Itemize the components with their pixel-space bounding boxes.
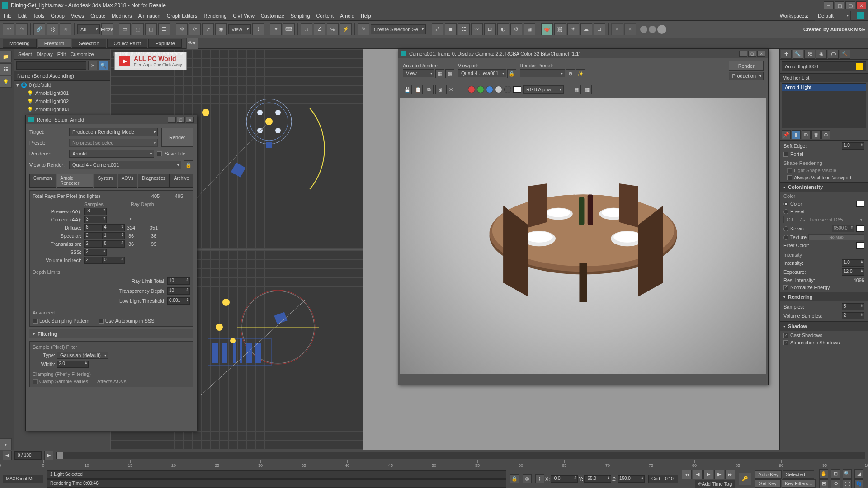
configure-sets-button[interactable]: ⚙ [821, 130, 830, 139]
soft-edge-spinner[interactable]: 1.0 [842, 142, 864, 150]
spinner-snap-button[interactable]: ⚡ [340, 23, 352, 35]
light-shape-checkbox[interactable] [787, 168, 792, 173]
x-spinner[interactable]: -0.0 [551, 475, 578, 483]
filter-width-spinner[interactable]: 2.0 [57, 361, 89, 368]
target-dropdown[interactable]: Production Rendering Mode [69, 128, 158, 136]
select-by-name-button[interactable]: ☰ [158, 23, 170, 35]
expand-panel-button[interactable]: ▸ [0, 438, 12, 450]
render-frame-button[interactable]: ▦ [524, 23, 535, 35]
effects-dialog-button[interactable]: ✨ [576, 69, 585, 78]
exposure-spinner[interactable]: 12.0 [842, 268, 864, 276]
sample-spinner[interactable]: 1 [102, 232, 125, 239]
tool1-button[interactable]: ✕ [611, 23, 623, 35]
set-key-button[interactable]: Set Key [755, 479, 781, 488]
schematic-view-button[interactable]: ⊞ [484, 23, 496, 35]
render-cloud-button[interactable]: ☁ [580, 23, 592, 35]
pan-view-button[interactable]: ✋ [819, 469, 828, 479]
workspace-dropdown[interactable]: Default [815, 11, 851, 21]
y-spinner[interactable]: -65.0 [584, 475, 611, 483]
green-channel-button[interactable] [477, 86, 484, 93]
atmos-shadows-checkbox[interactable] [783, 340, 788, 345]
tab-aovs[interactable]: AOVs [118, 174, 137, 188]
portal-checkbox[interactable] [783, 152, 788, 157]
object-name-field[interactable]: ArnoldLight003 [782, 61, 866, 71]
preset-dropdown[interactable]: No preset selected [69, 139, 158, 147]
maximize-button[interactable]: ▢ [845, 1, 855, 9]
select-manipulate-button[interactable]: ✦ [270, 23, 282, 35]
activeshade-button[interactable]: ☀ [567, 23, 579, 35]
menu-modifiers[interactable]: Modifiers [112, 13, 132, 19]
bind-button[interactable]: ≋ [60, 23, 71, 35]
time-ruler[interactable]: 0510152025303540455055606570758085909510… [0, 460, 868, 469]
explorer-tab-customize[interactable]: Customize [71, 52, 94, 57]
dialog-minimize-button[interactable]: ─ [168, 117, 176, 123]
sample-spinner[interactable]: 8 [102, 240, 125, 248]
key-filters-button[interactable]: Key Filters... [782, 479, 816, 488]
window-crossing-button[interactable]: ◫ [145, 23, 157, 35]
zoom-all-button[interactable]: ⊞ [819, 479, 828, 488]
tab-archive[interactable]: Archive [170, 174, 193, 188]
toggle-ui-button[interactable]: ▦ [572, 85, 581, 94]
curve-editor-button[interactable]: 〰 [471, 23, 483, 35]
kelvin-spinner[interactable]: 6500.0 [832, 225, 854, 232]
timeline-prev-button[interactable]: ◀ [3, 451, 12, 460]
print-button[interactable]: 🖨 [435, 85, 444, 94]
pin-stack-button[interactable]: 📌 [782, 130, 791, 139]
mirror-button[interactable]: ⇄ [432, 23, 443, 35]
sample-spinner[interactable]: -3 [84, 208, 107, 215]
use-pivot-button[interactable]: ⊹ [252, 23, 264, 35]
hierarchy-tab[interactable]: ⛓ [804, 50, 815, 59]
placement-button[interactable]: ◉ [215, 23, 227, 35]
render-iterative-button[interactable]: 🖼 [554, 23, 566, 35]
sample-spinner[interactable]: 3 [84, 216, 107, 223]
always-visible-checkbox[interactable] [787, 175, 792, 180]
minimize-button[interactable]: ─ [824, 1, 834, 9]
light-explorer-button[interactable]: 💡 [0, 76, 12, 88]
preset-radio[interactable] [783, 209, 788, 214]
clear-button[interactable]: ✕ [446, 85, 455, 94]
normalize-checkbox[interactable] [783, 285, 788, 290]
goto-end-button[interactable]: ⏭ [725, 470, 735, 479]
render-now-button[interactable]: Render [729, 61, 764, 71]
ribbon-tab-freeform[interactable]: Freeform [38, 39, 71, 48]
render-maximize-button[interactable]: ▢ [748, 51, 756, 57]
save-image-button[interactable]: 💾 [403, 85, 412, 94]
move-button[interactable]: ✥ [176, 23, 188, 35]
named-selection-dropdown[interactable]: Create Selection Se [371, 24, 426, 34]
tab-diagnostics[interactable]: Diagnostics [138, 174, 170, 188]
alpha-channel-button[interactable] [495, 86, 502, 93]
prev-frame-button[interactable]: ◀ [693, 470, 703, 479]
ribbon-tab-modeling[interactable]: Modeling [3, 39, 37, 48]
filtering-rollout[interactable]: Filtering [29, 329, 193, 338]
menu-rendering[interactable]: Rendering [204, 13, 227, 19]
tree-item[interactable]: 💡ArnoldLight002 [14, 97, 110, 105]
render-button[interactable]: Render [161, 128, 193, 147]
create-tab[interactable]: ✚ [781, 50, 792, 59]
scale-button[interactable]: ⤢ [202, 23, 214, 35]
orbit-button[interactable]: ⟲ [831, 479, 840, 488]
menu-edit[interactable]: Edit [18, 13, 27, 19]
tab-system[interactable]: System [94, 174, 117, 188]
menu-scripting[interactable]: Scripting [291, 13, 310, 19]
sample-spinner[interactable]: 2 [84, 249, 107, 256]
clamp-sample-checkbox[interactable] [33, 379, 38, 384]
render-mode-dropdown[interactable]: Production [729, 72, 764, 80]
maxscript-listener[interactable]: MAXScript Mi [3, 475, 43, 483]
scene-explorer-button[interactable]: 📁 [0, 51, 12, 62]
add-time-tag-button[interactable]: ⊕ Add Time Tag [695, 480, 735, 488]
zoom-extents-button[interactable]: ⊡ [831, 469, 840, 479]
trans-depth-spinner[interactable]: 10 [167, 287, 190, 295]
object-color-swatch[interactable] [856, 63, 863, 70]
cast-shadows-checkbox[interactable] [783, 333, 788, 338]
fov-button[interactable]: ◢ [854, 469, 863, 479]
explorer-tab-display[interactable]: Display [37, 52, 53, 57]
explorer-clear-button[interactable]: ✕ [88, 61, 97, 70]
menu-arnold[interactable]: Arnold [340, 13, 354, 19]
color-radio[interactable] [783, 202, 788, 206]
render-production-button[interactable]: 🫖 [541, 23, 553, 35]
viewport-dropdown[interactable]: Quad 4 ...era001 [458, 69, 506, 77]
align-button[interactable]: ≣ [445, 23, 457, 35]
modifier-stack[interactable]: Arnold Light [782, 83, 866, 128]
tab-common[interactable]: Common [29, 174, 56, 188]
zoom-button[interactable]: 🔍 [843, 469, 852, 479]
